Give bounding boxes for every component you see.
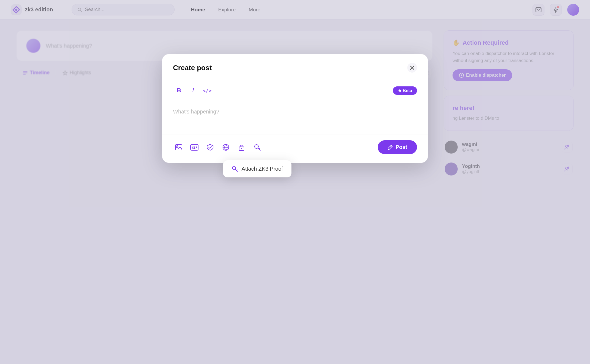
modal-close-button[interactable] (407, 63, 417, 73)
close-icon (410, 66, 414, 70)
modal-toolbar: B I </> ★ Beta (162, 79, 428, 102)
lock-icon (239, 144, 245, 151)
globe-button[interactable] (220, 142, 232, 153)
modal-placeholder[interactable]: What's happening? (173, 109, 219, 115)
svg-text:GIF: GIF (192, 146, 197, 150)
modal-footer: GIF (162, 135, 428, 163)
modal-header: Create post (162, 54, 428, 79)
code-button[interactable]: </> (201, 84, 213, 96)
modal-overlay[interactable]: Create post B I </> ★ Beta What's happen… (0, 0, 590, 364)
zk-proof-tooltip: Attach ZK3 Proof (223, 160, 291, 177)
globe-icon (222, 144, 229, 151)
lock-button[interactable] (236, 142, 247, 153)
post-button-label: Post (396, 144, 407, 150)
collect-button[interactable] (204, 142, 216, 153)
beta-badge: ★ Beta (393, 86, 417, 95)
image-icon (175, 144, 182, 151)
modal-content: What's happening? (162, 102, 428, 135)
footer-icons: GIF (173, 142, 263, 153)
tooltip-label: Attach ZK3 Proof (242, 166, 283, 172)
key-icon-tooltip (232, 166, 238, 172)
gif-button[interactable]: GIF (189, 142, 200, 153)
modal-title: Create post (173, 64, 212, 72)
zk-proof-button[interactable]: Attach ZK3 Proof (252, 142, 263, 153)
image-upload-button[interactable] (173, 142, 184, 153)
edit-icon (387, 145, 393, 150)
gif-icon: GIF (190, 144, 198, 151)
post-button[interactable]: Post (378, 140, 417, 154)
bold-button[interactable]: B (173, 84, 185, 96)
italic-button[interactable]: I (187, 84, 199, 96)
create-post-modal: Create post B I </> ★ Beta What's happen… (162, 54, 428, 163)
collect-icon (207, 144, 214, 151)
key-icon (254, 144, 261, 151)
svg-point-17 (241, 148, 242, 149)
